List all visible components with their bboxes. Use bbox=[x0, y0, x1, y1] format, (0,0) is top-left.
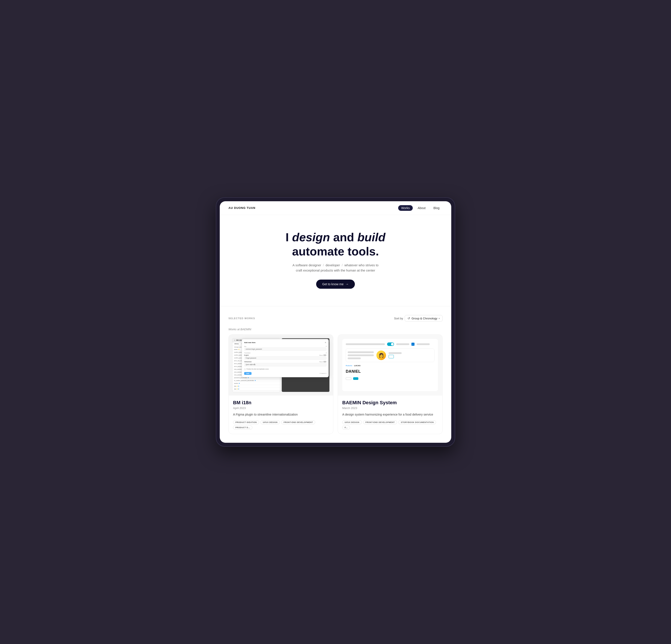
panel-bottom-left: v.0.13.0 ⬇ ↺ ⚙ bbox=[232, 391, 280, 392]
ds-screen: 👩 Roboto LUCA bbox=[342, 339, 438, 391]
ds-font-label-roboto: Roboto bbox=[346, 365, 352, 367]
tag: PRODUCT D... bbox=[233, 426, 252, 429]
ds-toggle bbox=[387, 342, 394, 346]
card-tags-bm-i18n: PRODUCT IDEATION UI/UX DESIGN FRONT-END … bbox=[233, 420, 329, 429]
card-date-bm-i18n: April 2023 bbox=[233, 406, 329, 410]
dialog-key-field: Key ℹ common.forgot_password bbox=[281, 345, 326, 351]
card-info-bm-i18n: BM i18n April 2023 A Figma plugin to str… bbox=[229, 395, 333, 434]
works-label: SELECTED WORKS bbox=[228, 317, 255, 320]
dialog-translation-field: Translation ℹ English Plural bbox=[281, 352, 326, 366]
dialog-footer: Add ≡ Feature A bbox=[281, 372, 326, 375]
hero-subtitle: A software designer / developer / whatev… bbox=[228, 263, 443, 273]
ds-bar bbox=[348, 354, 374, 356]
plugin-panel-right: BM i18n ✕ Library All inform_email (2) i… bbox=[281, 338, 330, 392]
ds-avatar: 👩 bbox=[376, 351, 386, 360]
ds-bar bbox=[396, 343, 409, 345]
tag: F... bbox=[342, 426, 350, 429]
ds-font-label-lucas: LUCAS bbox=[354, 365, 360, 367]
plural-toggle-vietnamese: Plural bbox=[319, 361, 326, 363]
panel-tab-library: Library bbox=[234, 343, 239, 345]
sort-icon: ↺ bbox=[407, 317, 410, 320]
hero-title: I design and build automate tools. bbox=[228, 230, 443, 258]
english-input: Forgot password bbox=[281, 356, 326, 359]
panel-row: re_confirm_password_placeholder bbox=[232, 379, 280, 382]
ds-mini-box bbox=[389, 355, 394, 358]
card-desc-baemin-ds: A design system harmonizing experience f… bbox=[342, 412, 438, 417]
ds-profile-card: 👩 bbox=[346, 349, 434, 362]
tag: UI/UX DESIGN bbox=[342, 420, 362, 424]
plural-toggle-english: Plural bbox=[319, 354, 326, 356]
panel-row: title bbox=[232, 385, 280, 388]
ds-btn-outline bbox=[346, 377, 351, 380]
card-title-bm-i18n: BM i18n bbox=[233, 400, 329, 406]
sort-control: Sort by ↺ Group & Chronology ▾ bbox=[394, 315, 443, 321]
ds-buttons-row bbox=[346, 377, 434, 380]
ds-profile-info bbox=[389, 352, 432, 358]
dialog-english-row: English Plural bbox=[281, 354, 326, 356]
card-image-bm-i18n: BM i18n ✕ Library All change_password (1… bbox=[229, 334, 333, 395]
ds-bar bbox=[348, 351, 374, 353]
nav-links: Works About Blog bbox=[398, 205, 443, 211]
ds-font-row: Roboto LUCAS bbox=[346, 365, 434, 367]
card-desc-bm-i18n: A Figma plugin to streamline internation… bbox=[233, 412, 329, 417]
cta-button[interactable]: Get to know me → bbox=[316, 280, 355, 289]
tag: UI/UX DESIGN bbox=[261, 420, 280, 424]
tag: FRONT-END DEVELOPMENT bbox=[281, 420, 315, 424]
ds-bar bbox=[346, 343, 385, 345]
ds-checkbox bbox=[412, 343, 415, 346]
vietnamese-input: Quên mật khẩu bbox=[281, 363, 326, 366]
settings-icon: ⚙ bbox=[277, 392, 278, 392]
card-image-baemin-ds: 👩 Roboto LUCA bbox=[338, 334, 442, 395]
sort-button[interactable]: ↺ Group & Chronology ▾ bbox=[405, 315, 443, 321]
prioritize-checkbox-row: Prioritize this when text duplication oc… bbox=[281, 368, 326, 371]
nav-logo: AU DUONG TUAN bbox=[228, 206, 255, 210]
dialog-key-label: Key ℹ bbox=[281, 345, 326, 347]
dialog-vietnamese-row: Vietnamese Plural bbox=[281, 361, 326, 363]
download-icon: ⬇ bbox=[273, 392, 274, 392]
ds-bar bbox=[417, 343, 430, 345]
dialog-header: Add new item ✕ bbox=[281, 341, 326, 344]
tag: FRONT-END DEVELOPMENT bbox=[363, 420, 397, 424]
dialog-key-input: common.forgot_password bbox=[281, 348, 326, 351]
works-section: SELECTED WORKS Sort by ↺ Group & Chronol… bbox=[220, 306, 451, 443]
tag: PRODUCT IDEATION bbox=[233, 420, 259, 424]
ds-bar bbox=[389, 352, 402, 354]
nav-link-works[interactable]: Works bbox=[398, 205, 413, 211]
navigation: AU DUONG TUAN Works About Blog bbox=[220, 201, 451, 215]
translation-info-icon: ℹ bbox=[326, 352, 326, 354]
design-system-mockup: 👩 Roboto LUCA bbox=[338, 334, 442, 395]
card-tags-baemin-ds: UI/UX DESIGN FRONT-END DEVELOPMENT STORY… bbox=[342, 420, 438, 429]
ds-btn-filled bbox=[353, 377, 358, 380]
nav-link-about[interactable]: About bbox=[415, 205, 429, 211]
device-frame: AU DUONG TUAN Works About Blog I design … bbox=[216, 197, 455, 447]
ds-controls-row bbox=[346, 342, 434, 346]
nav-link-blog[interactable]: Blog bbox=[430, 205, 443, 211]
card-title-baemin-ds: BAEMIN Design System bbox=[342, 400, 438, 406]
card-bm-i18n[interactable]: BM i18n ✕ Library All change_password (1… bbox=[228, 334, 333, 434]
card-baemin-ds[interactable]: 👩 Roboto LUCA bbox=[338, 334, 443, 434]
cards-grid: BM i18n ✕ Library All change_password (1… bbox=[228, 334, 443, 443]
chevron-down-icon: ▾ bbox=[439, 317, 440, 320]
dialog-close-icon: ✕ bbox=[325, 341, 326, 344]
panel-row-section: section bbox=[232, 382, 280, 385]
dialog-translation-label: Translation ℹ bbox=[281, 352, 326, 354]
add-new-item-dialog: Add new item ✕ Key ℹ common.forgot_p bbox=[281, 339, 329, 377]
panel-row: title bbox=[232, 388, 280, 391]
hero-section: I design and build automate tools. A sof… bbox=[220, 215, 451, 306]
group-label: Works at BAEMIN bbox=[228, 328, 443, 331]
key-info-icon: ℹ bbox=[326, 345, 326, 347]
screen: AU DUONG TUAN Works About Blog I design … bbox=[220, 201, 451, 443]
ds-bar bbox=[348, 357, 361, 359]
works-header: SELECTED WORKS Sort by ↺ Group & Chronol… bbox=[228, 315, 443, 321]
card-info-baemin-ds: BAEMIN Design System March 2023 A design… bbox=[338, 395, 442, 434]
plugin-mockup: BM i18n ✕ Library All change_password (1… bbox=[229, 334, 333, 395]
tag: STORYBOOK DOCUMENTATION bbox=[398, 420, 436, 424]
ds-name-big: DANIEL bbox=[346, 369, 434, 374]
refresh-icon: ↺ bbox=[275, 392, 276, 392]
card-date-baemin-ds: March 2023 bbox=[342, 406, 438, 410]
